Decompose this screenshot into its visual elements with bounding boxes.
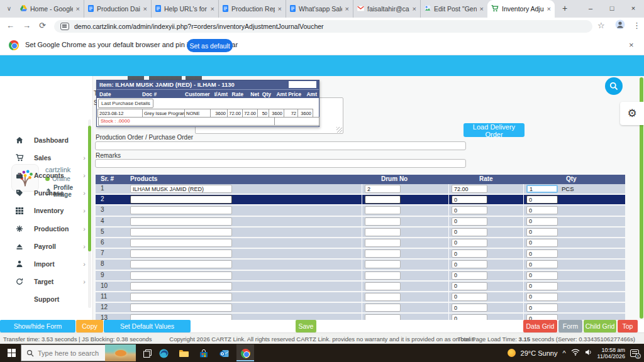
weather-sun-icon[interactable] [508, 349, 516, 357]
clock[interactable]: 10:58 am11/04/2026 [597, 347, 625, 359]
task-view-icon[interactable] [142, 348, 152, 358]
back-icon[interactable]: ← [6, 21, 14, 30]
browser-tab[interactable]: Help URL's for ERF × [151, 0, 218, 18]
sidebar-item-dashboard[interactable]: Dashboard [0, 133, 88, 147]
data-grid-button[interactable]: Data Grid [523, 320, 557, 332]
browser-tab[interactable]: faisaltahir@cartzli × [353, 0, 420, 18]
tab-close-icon[interactable]: × [211, 6, 214, 12]
weather-widget-image[interactable] [105, 344, 136, 361]
qty-input[interactable] [526, 239, 558, 247]
browser-tab[interactable]: Inventory Adjustm × [487, 0, 555, 18]
qty-input[interactable] [526, 206, 558, 214]
qty-input[interactable] [526, 272, 558, 280]
sidebar-item-accounts[interactable]: Accounts› [0, 168, 88, 182]
taskbar-search-input[interactable] [38, 349, 101, 357]
drum-no-input[interactable] [365, 185, 401, 193]
sidebar-item-sales[interactable]: Sales› [0, 151, 88, 165]
top-button[interactable]: Top [618, 320, 638, 332]
tab-close-icon[interactable]: × [413, 6, 416, 12]
sidebar-item-support[interactable]: Support [0, 292, 88, 306]
rate-input[interactable] [452, 185, 487, 193]
sidebar-item-target[interactable]: Target› [0, 275, 88, 288]
rate-input[interactable] [452, 228, 487, 236]
product-input[interactable] [130, 217, 232, 226]
tab-close-icon[interactable]: × [76, 6, 80, 12]
settings-gear-icon[interactable]: ⚙ [620, 102, 644, 125]
weather-text[interactable]: 29°C Sunny [521, 349, 558, 357]
qty-input[interactable] [526, 185, 558, 193]
qty-input[interactable] [526, 282, 558, 290]
bookmark-star-icon[interactable]: ☆ [597, 21, 605, 30]
rate-input[interactable] [452, 293, 487, 301]
copy-button[interactable]: Copy [76, 320, 103, 332]
profile-avatar-icon[interactable] [615, 19, 625, 31]
url-text[interactable]: demo.cartzlink.com/admin/indexyii.php?r=… [74, 23, 324, 30]
set-default-values-button[interactable]: Set Default Values [104, 320, 191, 332]
quick-search-button[interactable] [605, 77, 623, 95]
drum-no-input[interactable] [365, 206, 401, 214]
product-input[interactable] [130, 206, 232, 214]
drum-no-input[interactable] [365, 260, 401, 268]
tab-close-icon[interactable]: × [278, 6, 282, 12]
chrome-icon[interactable] [240, 348, 250, 358]
drum-no-input[interactable] [365, 293, 401, 301]
sidebar-item-inventory[interactable]: Inventory› [0, 204, 88, 217]
rate-input[interactable] [452, 250, 487, 258]
start-button-icon[interactable] [8, 349, 16, 357]
notification-center-icon[interactable]: 1 [630, 349, 639, 357]
forward-icon[interactable]: → [23, 21, 31, 30]
tab-search-icon[interactable]: ∨ [4, 4, 14, 14]
microsoft-store-icon[interactable] [199, 348, 209, 358]
qty-input[interactable] [526, 293, 558, 301]
product-input[interactable] [130, 282, 232, 290]
po-input[interactable] [95, 141, 466, 150]
site-settings-icon[interactable] [60, 23, 69, 30]
browser-menu-icon[interactable]: ⋮ [633, 21, 641, 30]
qty-input[interactable] [526, 195, 558, 204]
drum-no-input[interactable] [365, 250, 401, 258]
browser-tab[interactable]: Edit Post "General × [420, 0, 487, 18]
sidebar-item-purchase[interactable]: Purchase› [0, 186, 88, 200]
qty-input[interactable] [526, 304, 558, 312]
remarks-input[interactable] [95, 159, 466, 168]
product-input[interactable] [130, 250, 232, 258]
sidebar-item-import[interactable]: Import› [0, 257, 88, 271]
qty-input[interactable] [526, 217, 558, 226]
sidebar-item-production[interactable]: Production› [0, 222, 88, 236]
volume-icon[interactable] [585, 349, 592, 357]
edge-icon[interactable] [158, 348, 169, 358]
reload-icon[interactable]: ⟳ [39, 21, 46, 30]
last-purchase-details-tab[interactable]: Last Purchase Details [98, 99, 153, 108]
new-tab-button[interactable]: + [559, 3, 570, 14]
drum-no-input[interactable] [365, 228, 401, 236]
set-default-button[interactable]: Set as default [187, 39, 233, 52]
drum-no-input[interactable] [365, 195, 401, 204]
tab-close-icon[interactable]: × [345, 6, 349, 12]
popup-title-input[interactable] [289, 81, 316, 88]
drum-no-input[interactable] [365, 217, 401, 226]
browser-tab[interactable]: Home - Google D × [16, 0, 84, 18]
rate-input[interactable] [452, 304, 487, 312]
rate-input[interactable] [452, 260, 487, 268]
qty-input[interactable] [526, 250, 558, 258]
product-input[interactable] [130, 228, 232, 236]
product-input[interactable] [130, 272, 232, 280]
rate-input[interactable] [452, 272, 487, 280]
window-minimize-button[interactable]: – [580, 0, 601, 18]
file-explorer-icon[interactable] [179, 348, 189, 358]
tab-close-icon[interactable]: × [143, 6, 147, 12]
browser-tab[interactable]: What'sapp Sales M × [286, 0, 353, 18]
tab-close-icon[interactable]: × [547, 6, 551, 12]
drum-no-input[interactable] [365, 272, 401, 280]
child-grid-button[interactable]: Child Grid [584, 320, 616, 332]
drum-no-input[interactable] [365, 239, 401, 247]
save-button[interactable]: Save [296, 320, 316, 332]
tray-expand-icon[interactable]: ^ [562, 349, 565, 357]
window-maximize-button[interactable]: □ [601, 0, 623, 18]
wifi-icon[interactable] [571, 349, 580, 357]
rate-input[interactable] [452, 206, 487, 214]
address-bar[interactable]: demo.cartzlink.com/admin/indexyii.php?r=… [54, 20, 592, 33]
load-delivery-order-button[interactable]: Load Delivery Order [464, 123, 525, 137]
outlook-icon[interactable] [219, 348, 229, 358]
rate-input[interactable] [452, 282, 487, 290]
